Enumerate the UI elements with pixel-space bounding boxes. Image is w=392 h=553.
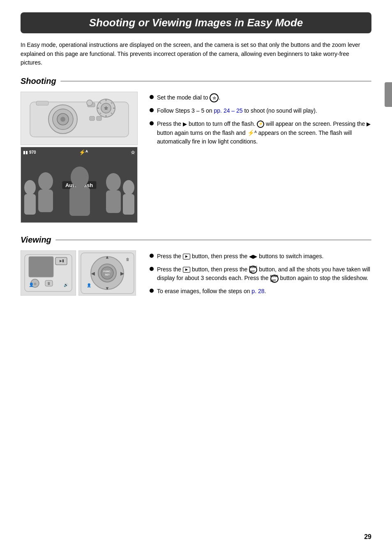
svg-text:SET: SET <box>105 273 110 276</box>
flash-off-icon: ⚡ <box>257 120 264 128</box>
screen-display: ▮▮ 970 ⚡ᴬ ☆ Auto Flash <box>21 147 137 222</box>
screen-mode-icon: ☆ <box>131 150 135 155</box>
svg-rect-28 <box>24 194 36 215</box>
shooting-bullets: Set the mode dial to ☆. Follow Steps 3 –… <box>150 92 371 223</box>
shooting-section-body: ☆ ▮▮ 970 <box>21 92 371 223</box>
screen-status-left: ▮▮ 970 <box>23 150 36 155</box>
mode-dial-image: ☆ <box>21 92 138 145</box>
svg-point-21 <box>38 172 53 190</box>
svg-point-4 <box>60 117 65 122</box>
heading-divider <box>60 81 371 82</box>
svg-point-23 <box>71 167 89 188</box>
svg-point-27 <box>24 180 36 195</box>
viewing-text-3: To erase images, follow the steps on p. … <box>157 287 266 296</box>
svg-rect-17 <box>36 101 48 105</box>
svg-text:🗑: 🗑 <box>47 282 51 285</box>
viewing-bullet-list: Press the ▶ button, then press the ◀▶ bu… <box>150 252 371 296</box>
svg-text:👤: 👤 <box>29 282 34 287</box>
viewing-dot-3 <box>150 289 154 293</box>
svg-text:◀: ◀ <box>91 271 95 276</box>
shooting-heading: Shooting <box>21 76 56 86</box>
shooting-section-heading: Shooting <box>21 76 371 86</box>
svg-text:👤: 👤 <box>87 283 92 288</box>
svg-text:🗑: 🗑 <box>126 257 129 261</box>
viewing-bullets: Press the ▶ button, then press the ◀▶ bu… <box>150 250 371 300</box>
viewing-bullet-2: Press the ▶ button, then press the FUNC … <box>150 265 371 283</box>
bullet-text-3: Press the ▶ button to turn off the flash… <box>157 120 371 146</box>
bullet-dot-1 <box>150 95 154 99</box>
bullet-follow-steps: Follow Steps 3 – 5 on pp. 24 – 25 to sho… <box>150 106 371 116</box>
viewing-section-heading: Viewing <box>21 235 371 245</box>
dial-svg-container: ☆ <box>21 92 137 145</box>
svg-rect-30 <box>123 194 134 215</box>
svg-rect-24 <box>69 187 90 216</box>
svg-text:▼: ▼ <box>105 286 109 291</box>
viewing-text-2: Press the ▶ button, then press the FUNC … <box>157 265 371 283</box>
svg-rect-26 <box>106 190 121 213</box>
play-button-icon-1: ▶ <box>183 254 190 259</box>
svg-text:🔊: 🔊 <box>64 282 69 287</box>
svg-text:▲: ▲ <box>105 255 109 259</box>
svg-rect-18 <box>90 116 95 120</box>
shooting-bullet-list: Set the mode dial to ☆. Follow Steps 3 –… <box>150 93 371 146</box>
nav-pad-image: FUNC. SET ▲ ▼ ◀ ▶ 👤 🗑 <box>78 250 136 296</box>
svg-rect-35 <box>62 259 64 262</box>
right-arrow-icon: ▶ <box>183 120 187 128</box>
bullet-text-2: Follow Steps 3 – 5 on pp. 24 – 25 to sho… <box>157 106 317 116</box>
viewing-heading-divider <box>55 239 371 241</box>
viewing-images: ⊙ 🗑 👤 🔊 <box>21 250 140 300</box>
flash-auto-icon: ⚡ᴬ <box>247 130 257 136</box>
viewing-section-body: ⊙ 🗑 👤 🔊 <box>21 250 371 300</box>
playback-svg: ⊙ 🗑 👤 🔊 <box>23 252 74 294</box>
steps-link[interactable]: pp. 24 – 25 <box>214 107 243 114</box>
screen-people-svg <box>21 165 137 222</box>
svg-point-25 <box>106 173 121 191</box>
right-arrow-icon-2: ▶ <box>367 120 371 128</box>
svg-text:☆: ☆ <box>104 106 108 111</box>
intro-paragraph: In Easy mode, operational instructions a… <box>21 41 371 67</box>
erase-link[interactable]: p. 28 <box>251 288 264 294</box>
svg-point-20 <box>87 100 92 106</box>
viewing-images-row: ⊙ 🗑 👤 🔊 <box>21 250 138 296</box>
screen-flash-indicator: ⚡ᴬ <box>79 149 88 155</box>
svg-point-29 <box>123 180 134 195</box>
battery-icon: ▮▮ <box>23 150 28 155</box>
camera-top-svg: ☆ <box>26 94 133 143</box>
shooting-images: ☆ ▮▮ 970 <box>21 92 140 223</box>
left-right-arrows-icon: ◀▶ <box>249 252 257 261</box>
svg-rect-19 <box>97 116 101 120</box>
bullet-set-mode: Set the mode dial to ☆. <box>150 93 371 102</box>
viewing-bullet-1: Press the ▶ button, then press the ◀▶ bu… <box>150 252 371 261</box>
svg-point-45 <box>101 267 113 279</box>
func-set-icon-2: FUNC SET <box>270 275 279 283</box>
screen-top-bar: ▮▮ 970 ⚡ᴬ ☆ <box>23 149 135 155</box>
page-number: 29 <box>364 533 371 541</box>
bullet-dot-2 <box>150 108 154 112</box>
bullet-press-flash: Press the ▶ button to turn off the flash… <box>150 120 371 146</box>
camera-screen-image: ▮▮ 970 ⚡ᴬ ☆ Auto Flash <box>21 147 138 223</box>
nav-pad-svg: FUNC. SET ▲ ▼ ◀ ▶ 👤 🗑 <box>80 252 135 295</box>
page-tab <box>385 82 392 107</box>
play-button-icon-2: ▶ <box>183 267 190 273</box>
viewing-heading: Viewing <box>21 235 51 245</box>
easy-mode-icon: ☆ <box>210 93 219 102</box>
viewing-text-1: Press the ▶ button, then press the ◀▶ bu… <box>157 252 323 261</box>
viewing-bullet-3: To erase images, follow the steps on p. … <box>150 287 371 296</box>
screen-number: 970 <box>29 150 36 155</box>
svg-text:FUNC.: FUNC. <box>103 270 111 273</box>
viewing-dot-1 <box>150 254 154 258</box>
svg-text:⊙: ⊙ <box>34 282 37 286</box>
page-title-box: Shooting or Viewing Images in Easy Mode <box>21 12 371 33</box>
viewing-dot-2 <box>150 267 154 271</box>
playback-button-image: ⊙ 🗑 👤 🔊 <box>21 250 76 296</box>
bullet-text-1: Set the mode dial to ☆. <box>157 93 220 102</box>
svg-rect-32 <box>29 257 53 277</box>
bullet-dot-3 <box>150 121 154 125</box>
svg-rect-22 <box>38 190 53 212</box>
func-set-icon-1: FUNC SET <box>249 266 257 274</box>
page-title: Shooting or Viewing Images in Easy Mode <box>29 16 363 29</box>
